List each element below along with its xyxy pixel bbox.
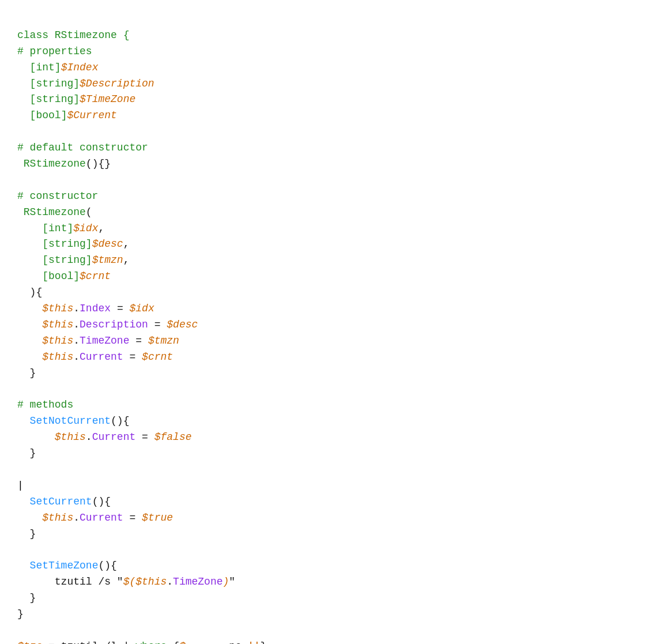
line-26: $this.Current = $false bbox=[17, 431, 192, 443]
line-1: class RStimezone { bbox=[17, 29, 129, 41]
line-27: } bbox=[17, 447, 36, 459]
line-17: ){ bbox=[17, 287, 42, 298]
line-13: [int]$idx, bbox=[17, 223, 104, 234]
line-31: } bbox=[17, 528, 36, 540]
line-29: SetCurrent(){ bbox=[17, 496, 111, 507]
line-28b: | bbox=[17, 480, 24, 491]
line-33: SetTimeZone(){ bbox=[17, 560, 117, 571]
line-38: $tzs = tzutil /l | where {$_ -ne ''} bbox=[17, 641, 266, 644]
line-6: [bool]$Current bbox=[17, 110, 117, 121]
line-30: $this.Current = $true bbox=[17, 512, 173, 524]
line-24: # methods bbox=[17, 399, 73, 410]
line-5: [string]$TimeZone bbox=[17, 93, 135, 105]
line-15: [string]$tmzn, bbox=[17, 254, 129, 266]
line-19: $this.Description = $desc bbox=[17, 319, 198, 330]
code-editor: class RStimezone { # properties [int]$In… bbox=[17, 12, 628, 644]
line-3: [int]$Index bbox=[17, 62, 98, 73]
line-12: RStimezone( bbox=[17, 206, 92, 218]
line-22: } bbox=[17, 367, 36, 379]
line-36: } bbox=[17, 608, 24, 620]
line-18: $this.Index = $idx bbox=[17, 303, 154, 314]
line-11: # constructor bbox=[17, 190, 98, 202]
line-35: } bbox=[17, 592, 36, 604]
line-25: SetNotCurrent(){ bbox=[17, 415, 129, 427]
line-8: # default constructor bbox=[17, 142, 148, 153]
line-14: [string]$desc, bbox=[17, 238, 129, 250]
line-9: RStimezone(){} bbox=[17, 158, 111, 170]
line-34: tzutil /s "$($this.TimeZone)" bbox=[17, 576, 235, 587]
line-21: $this.Current = $crnt bbox=[17, 351, 173, 363]
line-20: $this.TimeZone = $tmzn bbox=[17, 335, 179, 347]
line-2: # properties bbox=[17, 46, 92, 57]
line-16: [bool]$crnt bbox=[17, 270, 111, 282]
line-4: [string]$Description bbox=[17, 78, 154, 89]
